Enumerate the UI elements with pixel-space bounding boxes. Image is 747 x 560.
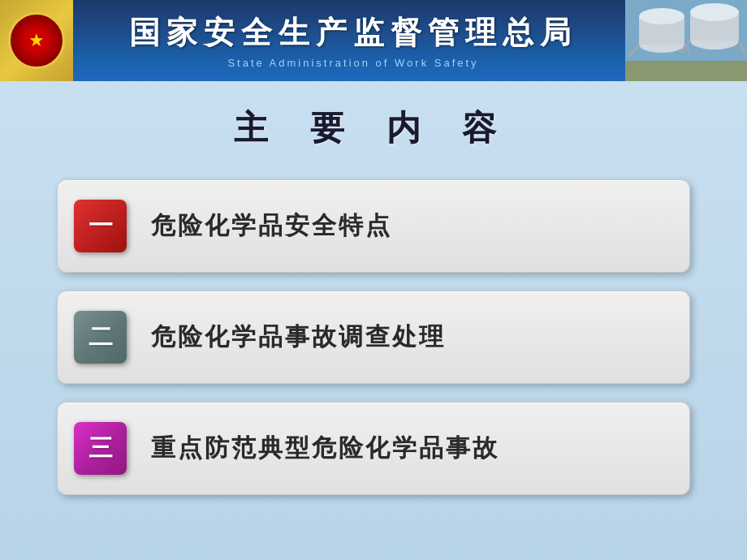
header-chinese-title: 国家安全生产监督管理总局 <box>129 12 577 54</box>
menu-text-1: 危险化学品安全特点 <box>151 209 392 243</box>
header-title-area: 国家安全生产监督管理总局 State Administration of Wor… <box>73 12 625 69</box>
menu-item-2[interactable]: 二 危险化学品事故调查处理 <box>57 291 690 384</box>
menu-badge-1: 一 <box>74 200 127 252</box>
svg-point-4 <box>639 8 684 24</box>
menu-text-3: 重点防范典型危险化学品事故 <box>151 432 499 465</box>
header: ★ 国家安全生产监督管理总局 State Administration of W… <box>0 0 747 81</box>
page-title: 主 要 内 容 <box>234 106 512 151</box>
main-content: 主 要 内 容 一 危险化学品安全特点 二 危险化学品事故调查处理 三 重点防范… <box>0 81 747 560</box>
menu-badge-2: 二 <box>74 311 127 364</box>
svg-point-7 <box>690 3 739 21</box>
header-right-image <box>625 0 747 81</box>
menu-item-1[interactable]: 一 危险化学品安全特点 <box>57 179 690 273</box>
svg-rect-1 <box>625 61 747 81</box>
national-emblem: ★ <box>8 12 65 69</box>
emblem-area: ★ <box>0 0 73 81</box>
menu-badge-3: 三 <box>74 422 127 475</box>
tanks-svg <box>625 0 747 81</box>
menu-text-2: 危险化学品事故调查处理 <box>151 321 446 354</box>
header-english-title: State Administration of Work Safety <box>227 57 478 69</box>
menu-item-3[interactable]: 三 重点防范典型危险化学品事故 <box>57 402 690 495</box>
